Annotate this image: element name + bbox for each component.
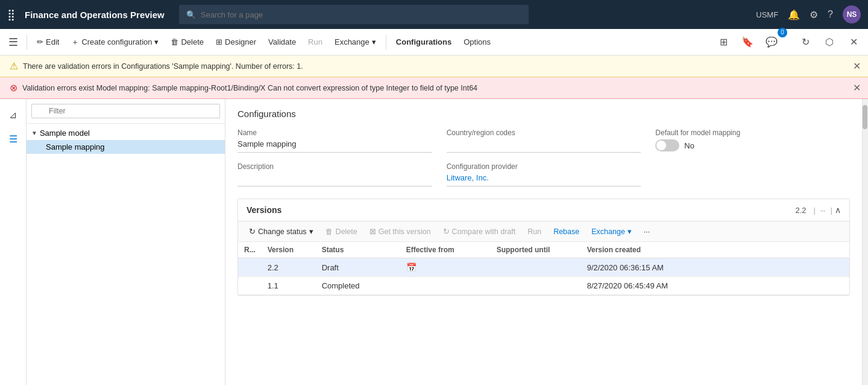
exchange-chevron-icon: ▾ [372, 37, 376, 46]
filter-icon[interactable]: ⊿ [2, 104, 24, 126]
versions-delete-button[interactable]: 🗑 Delete [321, 226, 362, 238]
options-button[interactable]: Options [459, 35, 495, 49]
top-navigation: ⣿ Finance and Operations Preview 🔍 USMF … [0, 0, 868, 29]
error-icon: ⊗ [10, 82, 17, 94]
col-version-header: Version [262, 242, 316, 258]
avatar[interactable]: NS [843, 5, 861, 24]
run-button[interactable]: Run [303, 35, 327, 49]
tree-item-sample-model[interactable]: ▼ Sample model [27, 126, 225, 140]
cell-created: 9/2/2020 06:36:15 AM [581, 258, 849, 277]
exchange-button[interactable]: Exchange ▾ [330, 35, 381, 49]
versions-number: 2.2 [795, 206, 806, 215]
versions-header-row: R... Version Status Effective from Suppo… [238, 242, 849, 258]
cell-effective [400, 277, 491, 295]
table-row[interactable]: 2.2 Draft 📅 9/2/2020 06:36:15 AM [238, 258, 849, 277]
notification-icon-wrap: 💬 0 [762, 33, 791, 52]
bell-icon[interactable]: 🔔 [788, 9, 800, 21]
usmf-label: USMF [756, 10, 778, 19]
refresh-icon[interactable]: ↻ [796, 33, 815, 52]
expand-icon[interactable]: ⬡ [820, 33, 839, 52]
toggle-knob [656, 141, 666, 150]
versions-sep2: | [831, 206, 832, 215]
description-field: Description [237, 162, 432, 186]
designer-button[interactable]: ⊞ Designer [211, 35, 261, 49]
edit-icon: ✏ [37, 37, 43, 46]
get-this-version-button[interactable]: ⊠ Get this version [365, 225, 436, 238]
tree-item-child-label: Sample mapping [46, 142, 105, 151]
col-effective-header: Effective from [400, 242, 491, 258]
versions-exchange-button[interactable]: Exchange ▾ [587, 225, 637, 238]
settings-icon[interactable]: ⚙ [810, 9, 818, 21]
close-icon[interactable]: ✕ [844, 33, 863, 52]
col-supported-header: Supported until [491, 242, 581, 258]
toggle-wrap: No [655, 139, 850, 151]
sidebar-icons: ⊿ ☰ [0, 99, 27, 385]
cell-r [238, 258, 262, 277]
filter-input[interactable] [31, 104, 220, 118]
validate-button[interactable]: Validate [263, 35, 301, 49]
description-label: Description [237, 162, 432, 171]
search-bar[interactable]: 🔍 [179, 5, 529, 24]
versions-run-button[interactable]: Run [523, 226, 546, 238]
tree-item-sample-mapping[interactable]: Sample mapping [27, 140, 225, 154]
delete-button[interactable]: 🗑 Delete [166, 35, 209, 49]
edit-button[interactable]: ✏ Edit [32, 35, 64, 49]
designer-icon: ⊞ [216, 37, 222, 46]
scrollbar-thumb[interactable] [863, 105, 867, 129]
versions-toolbar: ↻ Change status ▾ 🗑 Delete ⊠ Get this ve… [238, 221, 849, 242]
hamburger-icon[interactable]: ☰ [5, 33, 22, 51]
versions-dash: -- [820, 206, 826, 215]
versions-collapse-icon[interactable]: ∧ [835, 205, 841, 215]
warning-banner: ⚠ There are validation errors in Configu… [0, 56, 868, 77]
exchange-v-chevron: ▾ [627, 227, 632, 236]
cell-supported [491, 277, 581, 295]
tree-item-label: Sample model [40, 129, 90, 138]
table-row[interactable]: 1.1 Completed 8/27/2020 06:45:49 AM [238, 277, 849, 295]
country-label: Country/region codes [447, 129, 641, 137]
error-close-button[interactable]: ✕ [853, 82, 861, 94]
get-version-icon: ⊠ [370, 227, 376, 236]
versions-table: R... Version Status Effective from Suppo… [238, 242, 849, 295]
rebase-button[interactable]: Rebase [549, 226, 584, 238]
pin-icon[interactable]: ⊞ [714, 33, 733, 52]
bookmark-icon[interactable]: 🔖 [738, 33, 757, 52]
versions-header: Versions 2.2 | -- | ∧ [238, 199, 849, 221]
warning-close-button[interactable]: ✕ [853, 60, 861, 72]
tree-content: ▼ Sample model Sample mapping [27, 124, 225, 156]
default-toggle[interactable] [655, 139, 679, 151]
list-icon[interactable]: ☰ [2, 128, 24, 150]
chevron-down-icon: ▾ [154, 37, 159, 46]
error-text: Validation errors exist Model mapping: S… [22, 84, 477, 92]
change-status-button[interactable]: ↻ Change status ▾ [244, 225, 318, 238]
provider-value[interactable]: Litware, Inc. [447, 173, 641, 186]
versions-delete-icon: 🗑 [326, 228, 333, 236]
default-field: Default for model mapping No [655, 129, 850, 153]
versions-section: Versions 2.2 | -- | ∧ ↻ Change status ▾ … [237, 199, 850, 296]
grid-icon[interactable]: ⣿ [7, 8, 15, 21]
col-status-header: Status [316, 242, 400, 258]
separator-1 [27, 35, 27, 49]
configurations-title: Configurations [237, 109, 850, 119]
search-input[interactable] [201, 10, 521, 19]
app-title: Finance and Operations Preview [25, 10, 165, 20]
change-status-chevron: ▾ [309, 227, 313, 236]
provider-field: Configuration provider Litware, Inc. [447, 162, 641, 186]
country-field: Country/region codes [447, 129, 641, 153]
scrollbar-track[interactable] [862, 99, 868, 385]
description-value [237, 173, 432, 186]
error-banner: ⊗ Validation errors exist Model mapping:… [0, 77, 868, 99]
cell-created: 8/27/2020 06:45:49 AM [581, 277, 849, 295]
content-panel: Configurations Name Sample mapping Count… [225, 99, 862, 385]
create-configuration-button[interactable]: ＋ Create configuration ▾ [66, 34, 163, 50]
name-label: Name [237, 129, 432, 137]
help-icon[interactable]: ? [828, 9, 833, 20]
warning-text: There are validation errors in Configura… [23, 62, 303, 71]
versions-more-button[interactable]: ··· [639, 226, 655, 238]
compare-with-draft-button[interactable]: ↻ Compare with draft [438, 225, 521, 238]
top-nav-right: USMF 🔔 ⚙ ? NS [756, 5, 861, 24]
name-field: Name Sample mapping [237, 129, 432, 153]
search-icon: 🔍 [186, 10, 196, 19]
versions-table-head: R... Version Status Effective from Suppo… [238, 242, 849, 258]
configurations-button[interactable]: Configurations [391, 35, 456, 49]
warning-icon: ⚠ [10, 60, 18, 72]
